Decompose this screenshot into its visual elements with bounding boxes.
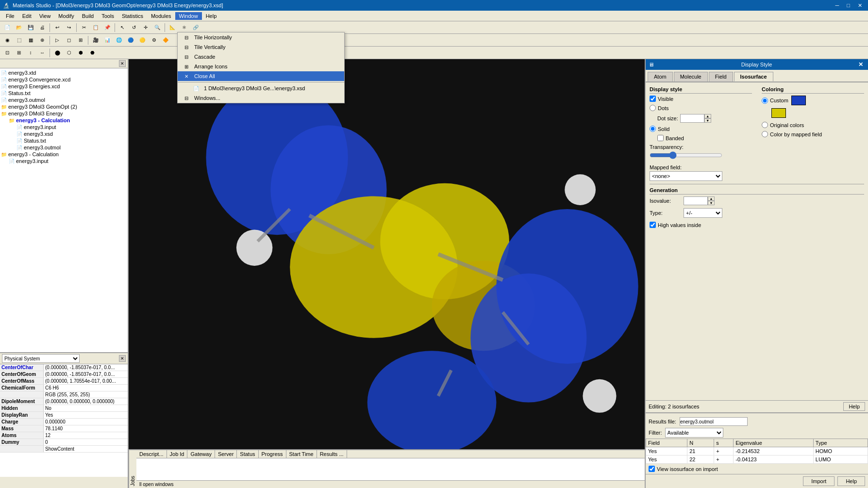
tree-item-energy3-energies[interactable]: 📄energy3 Energies.xcd xyxy=(1,83,127,90)
jobs-tab[interactable]: Jobs xyxy=(129,450,136,488)
tb2-12[interactable]: 🟡 xyxy=(137,35,148,46)
props-dropdown[interactable]: Physical System xyxy=(2,354,80,363)
tree-item-energy3-input2[interactable]: 📄energy3.input xyxy=(1,158,127,164)
menu-close-all[interactable]: ✕ Close All xyxy=(178,71,344,81)
tb2-6[interactable]: ◻ xyxy=(64,35,74,46)
right-panel-close[interactable]: ✕ xyxy=(856,61,865,68)
menu-cascade[interactable]: ⊟ Cascade xyxy=(178,52,344,62)
jobs-col-status[interactable]: Status xyxy=(237,450,258,458)
col-eigenvalue[interactable]: Eigenvalue xyxy=(734,439,814,447)
translate-btn[interactable]: ✛ xyxy=(140,22,151,33)
tb3-6[interactable]: ⬡ xyxy=(64,48,74,58)
table-row[interactable]: Yes21+-0.214532HOMO xyxy=(646,447,868,455)
jobs-col-start[interactable]: Start Time xyxy=(286,450,317,458)
color-swatch-1[interactable] xyxy=(791,96,806,105)
props-close[interactable]: ✕ xyxy=(119,355,126,362)
measure-btn[interactable]: 📐 xyxy=(167,22,178,33)
filter-select[interactable]: Available xyxy=(665,428,723,438)
jobs-col-jobid[interactable]: Job Id xyxy=(167,450,188,458)
undo-btn[interactable]: ↩ xyxy=(52,22,63,33)
tb3-2[interactable]: ⊞ xyxy=(14,48,24,58)
tb3-1[interactable]: ⊡ xyxy=(2,48,13,58)
menu-help[interactable]: Help xyxy=(202,12,221,20)
tb2-4[interactable]: ⊕ xyxy=(37,35,48,46)
isovalue-down[interactable]: ▼ xyxy=(708,201,715,205)
custom-radio[interactable] xyxy=(762,98,768,104)
color-swatch-2[interactable] xyxy=(771,108,786,118)
tb2-3[interactable]: ▦ xyxy=(25,35,36,46)
tb3-8[interactable]: ⬣ xyxy=(87,48,98,58)
menu-modules[interactable]: Modules xyxy=(147,12,175,20)
tb2-7[interactable]: ⊞ xyxy=(75,35,86,46)
editing-help-btn[interactable]: Help xyxy=(843,402,865,411)
tb2-10[interactable]: 🌐 xyxy=(114,35,124,46)
dot-size-down[interactable]: ▼ xyxy=(704,118,711,123)
jobs-col-server[interactable]: Server xyxy=(215,450,237,458)
tb2-14[interactable]: 🔶 xyxy=(160,35,171,46)
dot-size-input[interactable]: 1 xyxy=(680,114,704,123)
tree-item-status-txt2[interactable]: 📄Status.txt xyxy=(1,137,127,144)
tree-item-energy3-calc[interactable]: 📁energy3 - Calculation xyxy=(1,117,127,124)
copy-btn[interactable]: 📋 xyxy=(90,22,101,33)
menu-tile-horizontally[interactable]: ⊟ Tile Horizontally xyxy=(178,33,344,42)
zoom-btn[interactable]: 🔍 xyxy=(152,22,163,33)
tb3-4[interactable]: ↔ xyxy=(37,48,48,58)
jobs-col-progress[interactable]: Progress xyxy=(259,450,286,458)
tb2-11[interactable]: 🔵 xyxy=(125,35,136,46)
tree-item-energy3-conv[interactable]: 📄energy3 Convergence.xcd xyxy=(1,76,127,83)
tb2-5[interactable]: ▷ xyxy=(52,35,63,46)
tree-item-energy3-calc2[interactable]: 📁energy3 - Calculation xyxy=(1,151,127,158)
redo-btn[interactable]: ↪ xyxy=(64,22,74,33)
tree-item-energy3-outmol[interactable]: 📄energy3.outmol xyxy=(1,97,127,103)
visible-checkbox[interactable] xyxy=(650,96,656,102)
menu-edit[interactable]: Edit xyxy=(18,12,35,20)
tb3-5[interactable]: ⬤ xyxy=(52,48,63,58)
jobs-col-desc[interactable]: Descript... xyxy=(136,450,167,458)
open-btn[interactable]: 📂 xyxy=(14,22,24,33)
view-isosurface-checkbox[interactable] xyxy=(649,466,655,472)
menu-view[interactable]: View xyxy=(35,12,55,20)
jobs-col-gateway[interactable]: Gateway xyxy=(187,450,215,458)
help-btn[interactable]: Help xyxy=(837,476,865,486)
save-btn[interactable]: 💾 xyxy=(25,22,36,33)
menu-recent-1[interactable]: 📄 1 DMol3\energy3 DMol3 Ge...\energy3.xs… xyxy=(178,83,344,93)
close-btn[interactable]: ✕ xyxy=(855,2,865,9)
paste-btn[interactable]: 📌 xyxy=(102,22,113,33)
jobs-col-results[interactable]: Results ... xyxy=(317,450,347,458)
transparency-slider[interactable] xyxy=(650,152,722,159)
tree-item-energy3-xsd[interactable]: 📄energy3.xsd xyxy=(1,130,127,137)
type-select[interactable]: +/- xyxy=(684,208,722,218)
new-btn[interactable]: 📄 xyxy=(2,22,13,33)
bond-btn[interactable]: 🔗 xyxy=(190,22,201,33)
tree-item-energy3-dmol3-geomopt[interactable]: 📁energy3 DMol3 GeomOpt (2) xyxy=(1,103,127,110)
col-n[interactable]: N xyxy=(687,439,714,447)
rotate-btn[interactable]: ↺ xyxy=(129,22,139,33)
mapped-field-select[interactable]: <none> xyxy=(650,171,722,181)
left-panel-close[interactable]: ✕ xyxy=(119,60,126,67)
tab-isosurface[interactable]: Isosurface xyxy=(734,72,773,81)
tb3-7[interactable]: ⬢ xyxy=(75,48,86,58)
select-btn[interactable]: ↖ xyxy=(117,22,128,33)
col-field[interactable]: Field xyxy=(646,439,687,447)
atom-btn[interactable]: ⚛ xyxy=(179,22,189,33)
col-type[interactable]: Type xyxy=(813,439,868,447)
tb2-13[interactable]: ⚙ xyxy=(149,35,159,46)
tb2-2[interactable]: ⬚ xyxy=(14,35,24,46)
menu-modify[interactable]: Modify xyxy=(54,12,78,20)
solid-radio[interactable] xyxy=(650,126,656,132)
menu-arrange-icons[interactable]: ⊞ Arrange Icons xyxy=(178,62,344,71)
color-by-mapped-radio[interactable] xyxy=(762,131,768,137)
viewport[interactable] xyxy=(129,59,645,449)
menu-statistics[interactable]: Statistics xyxy=(118,12,147,20)
table-row[interactable]: Yes22+-0.04123LUMO xyxy=(646,455,868,464)
menu-windows[interactable]: ⊟ Windows... xyxy=(178,93,344,103)
results-file-input[interactable] xyxy=(680,417,748,426)
tab-molecule[interactable]: Molecule xyxy=(674,72,708,81)
cut-btn[interactable]: ✂ xyxy=(79,22,89,33)
tree-item-energy3-input[interactable]: 📄energy3.input xyxy=(1,124,127,130)
maximize-btn[interactable]: □ xyxy=(844,2,853,9)
high-values-checkbox[interactable] xyxy=(650,222,656,228)
print-btn[interactable]: 🖨 xyxy=(37,22,48,33)
tb2-8[interactable]: 🎥 xyxy=(90,35,101,46)
tab-atom[interactable]: Atom xyxy=(648,72,673,81)
